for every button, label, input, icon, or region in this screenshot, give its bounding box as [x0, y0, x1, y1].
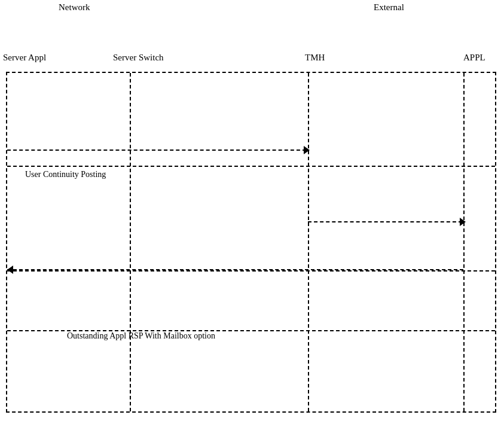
msg1-label: User Continuity Posting — [25, 170, 106, 179]
msg2-arrowhead — [460, 218, 466, 226]
msg1-arrow-line — [7, 150, 306, 151]
vline-3 — [463, 73, 465, 411]
msg1-arrowhead — [304, 146, 310, 154]
vline-1 — [130, 73, 131, 411]
vline-2 — [308, 73, 309, 411]
msg3-arrow-line — [7, 269, 463, 270]
col-tmh: TMH — [305, 53, 325, 63]
hline-2 — [7, 270, 495, 272]
col-appl: APPL — [463, 53, 485, 63]
msg2-arrow-line — [308, 221, 462, 222]
hline-1 — [7, 166, 495, 167]
col-server-switch: Server Switch — [113, 53, 164, 63]
col-server-appl: Server Appl — [3, 53, 46, 63]
msg3-arrowhead — [7, 266, 13, 274]
network-label: Network — [59, 2, 90, 13]
external-label: External — [374, 2, 404, 13]
diagram-container: Network External Server Appl Server Swit… — [0, 0, 504, 424]
msg3-label: Outstanding Appl RSP With Mailbox option — [67, 331, 215, 341]
diagram-area: User Continuity Posting Outstanding Appl… — [6, 72, 496, 413]
